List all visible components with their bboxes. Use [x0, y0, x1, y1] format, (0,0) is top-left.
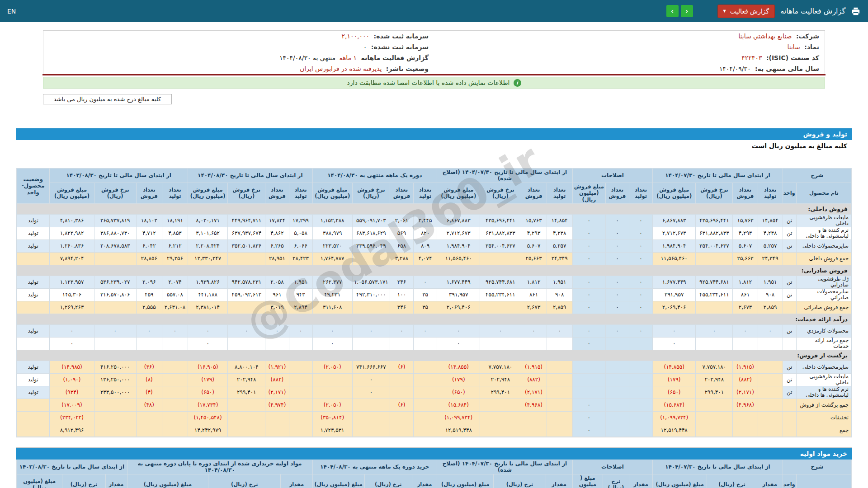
value-cell: (۱۷۹) — [188, 373, 228, 386]
value-cell — [289, 361, 312, 373]
value-cell: ۲۵,۶۶۳ — [521, 252, 547, 265]
value-cell: ۹۴۳ — [289, 288, 312, 301]
value-cell: ۰ — [572, 411, 605, 424]
value-cell: (۱۵,۶۸۴) — [653, 399, 696, 411]
value-cell — [547, 424, 572, 436]
info-symbol: نماد: ساینا — [434, 42, 825, 52]
metric-header: تعداد تولید — [629, 183, 652, 203]
metric-header: تعداد فروش — [265, 183, 289, 203]
value-cell: (۲,۱۷۱) — [265, 386, 289, 399]
value-cell: ۳,۱۰۱,۶۵۲ — [188, 227, 228, 239]
status-cell: تولید — [17, 373, 50, 386]
value-cell — [414, 373, 437, 386]
company-info-grid: شرکت: صنایع بهداشتي ساینا سرمایه ثبت شده… — [43, 31, 825, 74]
value-cell: ۴۳۵,۶۹۶,۴۴۱ — [696, 214, 733, 227]
value-cell: (۴,۹۷۴) — [265, 399, 289, 411]
value-cell: ۰ — [629, 227, 652, 239]
info-symbol-value[interactable]: ساینا — [787, 43, 800, 51]
value-cell: ۴,۲۹۳ — [733, 227, 758, 239]
value-cell: ۲۰۲,۹۴۸ — [228, 373, 265, 386]
value-cell — [696, 424, 733, 436]
metric-header: نرخ فروش (ریال) — [480, 183, 521, 203]
value-cell: (۸) — [136, 373, 162, 386]
metric-header: نرخ (ریال) — [364, 474, 412, 488]
value-cell: ۵۶۹ — [390, 227, 413, 239]
info-symbol-label: نماد: — [804, 43, 819, 51]
chevron-right-icon[interactable]: › — [681, 5, 693, 17]
units-note-container: کلیه مبالغ درج شده به میلیون ریال می باش… — [43, 94, 825, 104]
value-cell: (۶) — [390, 361, 413, 373]
value-cell — [572, 386, 605, 399]
value-cell — [605, 386, 629, 399]
value-cell: (۲,۰۵۰) — [312, 399, 352, 411]
value-cell — [352, 411, 390, 424]
info-fiscal-year: سال مالی منتهی به: ۱۴۰۴/۰۹/۳۰ — [434, 63, 825, 74]
value-cell: ۵۵۷.۰۸ — [162, 288, 188, 301]
info-report-period-value: ۱ ماهه — [339, 54, 357, 61]
info-registered-capital: سرمایه ثبت شده: ۲,۱۰۰,۰۰۰ — [43, 31, 434, 42]
value-cell: ۶,۸۶۷,۸۸۳ — [653, 214, 696, 227]
value-cell: ۹۰۸ — [547, 288, 572, 301]
value-cell — [414, 386, 437, 399]
value-cell: ۱۸,۱۰۲ — [136, 214, 162, 227]
category-label: درآمد ارائه خدمات: — [17, 314, 852, 324]
value-cell — [414, 411, 437, 424]
value-cell — [758, 361, 783, 373]
status-header: وضعیت محصول-واحد — [17, 169, 50, 204]
period-group-header: از ابتدای سال مالی تا تاریخ ۱۴۰۳/۰۸/۳۰ — [17, 460, 127, 474]
value-cell: ۲,۸۵۹ — [758, 301, 783, 314]
value-cell — [414, 361, 437, 373]
info-registered-capital-value: ۲,۱۰۰,۰۰۰ — [342, 33, 370, 40]
signature-match-text: اطلاعات نمایش داده شده با اطلاعات امضا ش… — [347, 79, 510, 86]
value-cell: ۰ — [758, 324, 783, 337]
value-cell: ۰ — [228, 324, 265, 337]
info-fiscal-year-label: سال مالی منتهی به: — [755, 65, 819, 72]
language-toggle-en[interactable]: EN — [7, 8, 16, 15]
product-row: مایعات ظرفشویی داخليتن(۸۸۲)۲۰۲,۹۴۸(۱۷۹)(… — [17, 373, 852, 386]
production-sales-table: شرحاز ابتدای سال مالی تا تاریخ ۱۴۰۴/۰۷/۳… — [16, 168, 852, 437]
value-cell — [480, 337, 521, 350]
unit-cell: تن — [783, 386, 796, 399]
value-cell — [521, 337, 547, 350]
units-note-box: کلیه مبالغ درج شده به میلیون ریال می باش… — [43, 94, 172, 104]
value-cell — [696, 252, 733, 265]
metric-header: مبلغ فروش (میلیون ریال) — [572, 183, 605, 203]
report-type-button[interactable]: گزارش فعالیت ▼ — [717, 5, 775, 18]
value-cell: ۴,۰۷۴ — [414, 252, 437, 265]
printer-icon[interactable] — [851, 6, 861, 16]
value-cell — [605, 361, 629, 373]
value-cell — [547, 411, 572, 424]
chevron-left-icon[interactable]: ‹ — [666, 5, 679, 17]
value-cell: ۱,۲۶۰,۸۳۶ — [50, 239, 94, 252]
metric-header: نرخ (ریال) — [62, 474, 105, 488]
production-sales-title: تولید و فروش — [803, 131, 847, 138]
value-cell: ۰ — [162, 324, 188, 337]
value-cell — [480, 411, 521, 424]
value-cell: ۴۱۶,۲۵۰,۰۰۰ — [94, 361, 136, 373]
value-cell — [352, 424, 390, 436]
value-cell — [572, 373, 605, 386]
metric-header: مقدار — [629, 474, 652, 488]
value-cell: (۱۷۹) — [653, 373, 696, 386]
value-cell: ۳۵ — [414, 301, 437, 314]
value-cell: ۸,۰۲۰,۱۷۱ — [188, 214, 228, 227]
value-cell — [289, 411, 312, 424]
value-cell: ۰ — [629, 276, 652, 288]
info-company-value[interactable]: صنایع بهداشتي ساینا — [738, 33, 792, 40]
product-row: مایعات ظرفشویی داخلیتن۱۴,۸۵۴۱۵,۷۶۳۴۳۵,۶۹… — [17, 214, 852, 227]
value-cell: ۳۹۱,۹۵۷ — [437, 288, 480, 301]
value-cell: ۴۳۵,۶۹۶,۴۴۱ — [480, 214, 521, 227]
value-cell: ۶,۸۶۷,۸۸۳ — [437, 214, 480, 227]
value-cell: ۴,۷۱۲ — [136, 227, 162, 239]
value-cell: ۰ — [572, 214, 605, 227]
metric-header: مبلغ (میلیون ریال) — [17, 474, 62, 488]
status-cell: تولید — [17, 227, 50, 239]
value-cell — [228, 399, 265, 411]
value-cell: ۹۴۲,۵۷۸,۲۳۱ — [228, 276, 265, 288]
metric-header: مبلغ فروش (میلیون ریال) — [188, 183, 228, 203]
unit-cell — [783, 337, 796, 350]
category-label: فروش صادراتی: — [17, 265, 852, 276]
value-cell: ۳۵۴,۰۰۴,۶۳۷ — [480, 239, 521, 252]
product-name-cell: مایعات ظرفشویی داخلي — [796, 373, 851, 386]
value-cell — [547, 399, 572, 411]
